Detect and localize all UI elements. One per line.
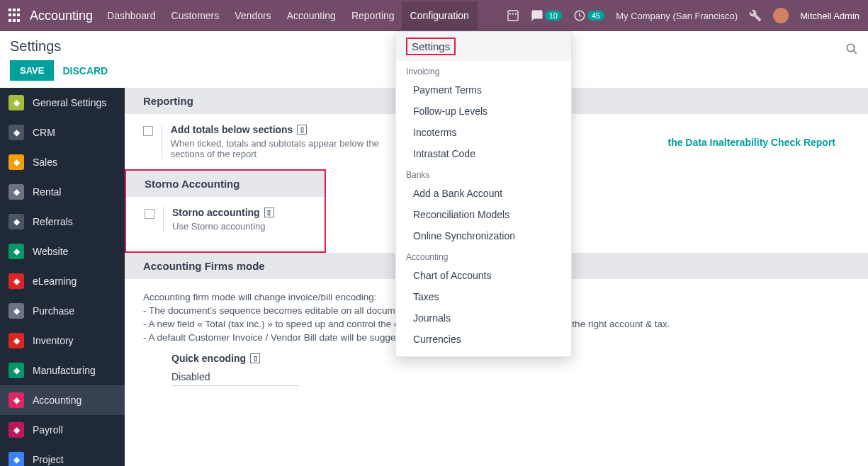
sidebar-item-payroll[interactable]: ◆Payroll (0, 415, 125, 445)
sidebar-icon: ◆ (9, 214, 24, 229)
nav-reporting[interactable]: Reporting (351, 1, 395, 30)
sidebar-icon: ◆ (9, 422, 24, 438)
tray-icon[interactable] (507, 9, 519, 22)
dropdown-item-currencies[interactable]: Currencies (396, 329, 571, 350)
sidebar-item-label: Purchase (33, 305, 74, 317)
user-name[interactable]: Mitchell Admin (800, 11, 859, 21)
dropdown-settings-item[interactable]: Settings (406, 38, 456, 55)
messages-indicator[interactable]: 10 (531, 9, 562, 22)
dropdown-item-fiscal-positions[interactable]: Fiscal Positions (396, 350, 571, 357)
apps-icon[interactable] (9, 8, 23, 23)
sidebar-icon: ◆ (9, 154, 24, 170)
svg-line-6 (853, 50, 857, 54)
dropdown-item-taxes[interactable]: Taxes (396, 286, 571, 307)
dropdown-item-add-a-bank-account[interactable]: Add a Bank Account (396, 183, 571, 204)
building-icon[interactable]: ▯ (250, 353, 260, 363)
nav-menu: Dashboard Customers Vendors Accounting R… (107, 1, 469, 30)
activities-indicator[interactable]: 45 (573, 9, 604, 22)
dropdown-group-title: Invoicing (396, 61, 571, 79)
sidebar-item-elearning[interactable]: ◆eLearning (0, 266, 125, 296)
dropdown-item-chart-of-accounts[interactable]: Chart of Accounts (396, 265, 571, 286)
link-data-inalterability[interactable]: the Data Inalterability Check Report (667, 137, 835, 148)
setting-storno: Storno accounting ▯ Use Storno accountin… (145, 207, 306, 232)
sidebar-icon: ◆ (9, 95, 24, 110)
discard-button[interactable]: DISCARD (62, 65, 108, 76)
sidebar-icon: ◆ (9, 125, 24, 140)
sidebar-icon: ◆ (9, 303, 24, 319)
app-brand[interactable]: Accounting (30, 8, 93, 23)
svg-rect-0 (508, 11, 518, 21)
sidebar-icon: ◆ (9, 333, 24, 348)
sidebar-item-label: Website (33, 246, 68, 257)
sidebar-item-label: Rental (33, 186, 61, 198)
sidebar-icon: ◆ (9, 244, 24, 259)
svg-point-5 (847, 44, 855, 52)
nav-right: 10 45 My Company (San Francisco) Mitchel… (507, 8, 859, 23)
sidebar-item-label: Manufacturing (33, 365, 96, 376)
sidebar-icon: ◆ (9, 273, 24, 289)
sidebar-item-label: Sales (33, 157, 57, 168)
sidebar-item-purchase[interactable]: ◆Purchase (0, 296, 125, 326)
company-selector[interactable]: My Company (San Francisco) (616, 11, 738, 21)
dropdown-item-online-synchronization[interactable]: Online Synchronization (396, 225, 571, 246)
dropdown-item-follow-up-levels[interactable]: Follow-up Levels (396, 101, 571, 122)
quick-encoding-value[interactable]: Disabled (171, 371, 299, 386)
sidebar-icon: ◆ (9, 392, 24, 408)
debug-icon[interactable] (749, 9, 762, 22)
dropdown-item-payment-terms[interactable]: Payment Terms (396, 79, 571, 101)
dropdown-item-incoterms[interactable]: Incoterms (396, 122, 571, 143)
setting-add-totals: Add totals below sections ▯ When ticked,… (143, 124, 384, 159)
sidebar-item-inventory[interactable]: ◆Inventory (0, 326, 125, 356)
building-icon[interactable]: ▯ (264, 208, 274, 217)
nav-dashboard[interactable]: Dashboard (107, 1, 156, 30)
sidebar-item-website[interactable]: ◆Website (0, 237, 125, 266)
nav-configuration[interactable]: Configuration (402, 1, 478, 30)
label-add-totals: Add totals below sections (171, 124, 293, 135)
nav-vendors[interactable]: Vendors (235, 1, 271, 30)
label-storno: Storno accounting (172, 207, 260, 218)
sidebar-item-label: eLearning (33, 275, 77, 287)
sidebar-icon: ◆ (9, 184, 24, 200)
sidebar-item-label: Project (33, 454, 64, 465)
desc-add-totals: When ticked, totals and subtotals appear… (171, 138, 384, 159)
section-storno-header: Storno Accounting (126, 171, 325, 197)
sidebar-item-sales[interactable]: ◆Sales (0, 147, 125, 177)
sidebar-item-rental[interactable]: ◆Rental (0, 177, 125, 207)
checkbox-storno[interactable] (145, 209, 154, 219)
storno-highlight-box: Storno Accounting Storno accounting ▯ Us… (125, 169, 326, 253)
sidebar-item-label: General Settings (33, 97, 106, 108)
top-nav: Accounting Dashboard Customers Vendors A… (0, 0, 868, 31)
avatar[interactable] (773, 8, 789, 23)
settings-sidebar: ◆General Settings◆CRM◆Sales◆Rental◆Refer… (0, 88, 125, 466)
dropdown-top-row: Settings (396, 32, 571, 61)
search-icon[interactable] (845, 42, 858, 57)
sidebar-item-referrals[interactable]: ◆Referrals (0, 207, 125, 237)
configuration-dropdown: Settings InvoicingPayment TermsFollow-up… (395, 31, 572, 357)
label-quick-encoding: Quick encoding (171, 353, 246, 364)
desc-storno: Use Storno accounting (172, 221, 274, 232)
sidebar-item-label: Payroll (33, 424, 63, 436)
messages-badge: 10 (545, 11, 562, 21)
sidebar-item-label: CRM (33, 127, 55, 138)
dropdown-item-journals[interactable]: Journals (396, 307, 571, 329)
sidebar-item-accounting[interactable]: ◆Accounting (0, 385, 125, 415)
dropdown-item-reconciliation-models[interactable]: Reconciliation Models (396, 204, 571, 225)
sidebar-item-label: Referrals (33, 216, 73, 227)
sidebar-item-label: Inventory (33, 335, 74, 346)
nav-customers[interactable]: Customers (171, 1, 220, 30)
nav-accounting[interactable]: Accounting (287, 1, 336, 30)
save-button[interactable]: SAVE (10, 60, 54, 81)
sidebar-item-manufacturing[interactable]: ◆Manufacturing (0, 356, 125, 385)
sidebar-icon: ◆ (9, 452, 24, 466)
checkbox-add-totals[interactable] (143, 126, 153, 136)
sidebar-icon: ◆ (9, 363, 24, 378)
sidebar-item-label: Accounting (33, 394, 81, 406)
dropdown-group-title: Accounting (396, 246, 571, 265)
sidebar-item-general-settings[interactable]: ◆General Settings (0, 88, 125, 118)
sidebar-item-project[interactable]: ◆Project (0, 445, 125, 466)
sidebar-item-crm[interactable]: ◆CRM (0, 118, 125, 147)
quick-encoding-setting: Quick encoding ▯ Disabled (171, 353, 850, 386)
dropdown-item-intrastat-code[interactable]: Intrastat Code (396, 143, 571, 164)
building-icon[interactable]: ▯ (297, 125, 307, 135)
activities-badge: 45 (587, 11, 604, 21)
